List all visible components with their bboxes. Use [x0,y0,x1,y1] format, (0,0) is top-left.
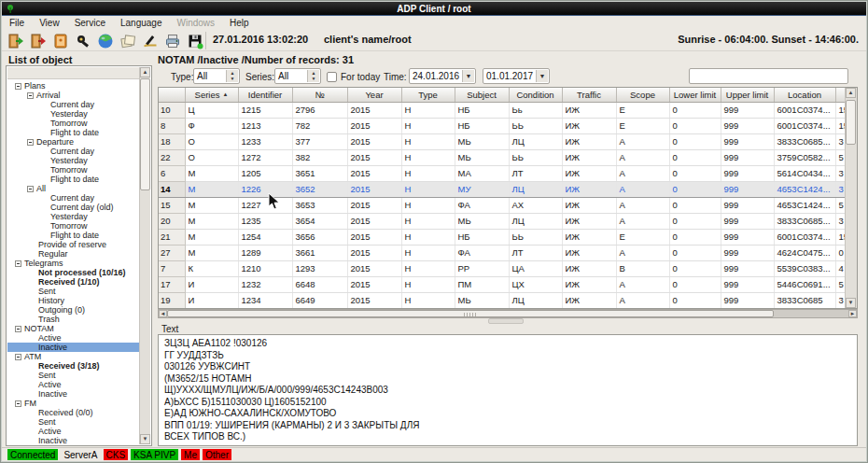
tree-item-arrival[interactable]: Arrival [7,91,139,100]
notes-button[interactable] [118,31,137,50]
for-today-checkbox[interactable] [327,72,337,82]
tree-item-flight-to-date[interactable]: Flight to date [7,175,139,184]
menu-help[interactable]: Help [222,17,257,30]
scroll-down-icon[interactable]: ▼ [846,298,856,308]
scroll-right-icon[interactable]: ► [848,310,857,317]
tree-item-yesterday[interactable]: Yesterday [7,212,139,221]
table-row[interactable]: 20М123536542015НМЬЛЦИЖА09993833С0685...3 [159,213,846,229]
tree-scrollbar[interactable]: ▲ ▼ [139,67,150,444]
table-row[interactable]: 22О12723822015НМЬЬЬИЖА09993759С0582...5 [159,149,846,165]
signature-button[interactable] [140,31,160,50]
tree-item-inactive[interactable]: Inactive [7,436,139,444]
menu-service[interactable]: Service [67,17,113,30]
table-scrollbar-thumb[interactable] [846,100,856,145]
date-from-select[interactable]: 24.01.2016 ▼ [409,68,476,84]
tree-item-sent[interactable]: Sent [7,287,139,296]
search-button[interactable] [73,31,92,50]
tree-item-yesterday[interactable]: Yesterday [7,156,139,165]
spinner-icon[interactable]: ▲▼ [226,70,238,82]
menu-file[interactable]: File [2,17,32,30]
tree-item-tomorrow[interactable]: Tomorrow [7,119,139,128]
collapse-icon[interactable] [27,186,34,192]
tree-item-received-0-0[interactable]: Received (0/0) [7,408,139,417]
address-book-button[interactable] [50,31,70,50]
col-header-type[interactable]: Type [401,88,455,102]
tree-item-inactive[interactable]: Inactive [7,343,139,352]
tree-item-sent[interactable]: Sent [7,417,139,427]
date-to-select[interactable]: 01.01.2017 ▼ [483,68,550,84]
chevron-down-icon[interactable]: ▼ [462,70,474,82]
col-header-identifier[interactable]: Identifier [238,88,292,102]
col-header-subject[interactable]: Subject [455,88,509,102]
enter-button[interactable] [6,31,25,50]
menu-language[interactable]: Language [113,17,170,30]
col-header-lower-limit[interactable]: Lower limit [669,88,721,102]
collapse-icon[interactable] [15,83,21,90]
text-panel[interactable]: ЗЦЗЦ АЕА1102 !030126 ГГ УУДДЗТЗЬ 030126 … [158,334,858,446]
tree-item-all[interactable]: All [7,184,139,193]
col-header-series[interactable]: Series▲ [185,88,238,102]
table-scrollbar[interactable]: ▲ ▼ [845,88,857,308]
collapse-icon[interactable] [27,92,34,99]
collapse-icon[interactable] [15,260,21,267]
tree-item-received-3-18[interactable]: Received (3/18) [7,361,139,371]
table-row[interactable]: 27М128936612015НФАЛТИЖА09994624С0475...0 [159,245,846,260]
series-select[interactable]: All ▲▼ [274,68,321,84]
tree-item-flight-to-date[interactable]: Flight to date [7,128,139,137]
exit-button[interactable] [28,31,48,50]
col-header-traffic[interactable]: Traffic [562,88,616,102]
tree-item-active[interactable]: Active [7,380,139,389]
tree-item-fm[interactable]: FM [7,399,139,408]
tree-item-inactive[interactable]: Inactive [7,389,139,399]
table-row[interactable]: 14М122636522015НМУЛЦИЖА09994653С1424...3 [159,181,846,197]
table-hscrollbar[interactable]: ◄ ► [158,309,858,318]
tree-item-telegrams[interactable]: Telegrams [7,259,139,268]
type-select[interactable]: All ▲▼ [193,68,240,84]
table-row[interactable]: 6М120536512015НМАЛТИЖА09995614С0434...3 [159,165,846,181]
tree-item-flight-to-date[interactable]: Flight to date [7,231,139,240]
table-row[interactable]: 7К121012932015НРРЦАИЖВ09995539С0383...4 [159,260,846,276]
table-hscrollbar-thumb[interactable] [167,310,774,317]
menu-view[interactable]: View [32,17,67,30]
tree-item-atm[interactable]: ATM [7,352,139,361]
tree-item-departure[interactable]: Departure [7,137,139,147]
scroll-down-icon[interactable]: ▼ [140,434,150,444]
scroll-up-icon[interactable]: ▲ [846,88,856,98]
table-row[interactable]: 17И123266482015НПМЦХИЖА09995446С0691...5 [159,276,846,292]
collapse-icon[interactable] [15,326,21,332]
col-header-location[interactable]: Location [774,88,835,102]
printer-button[interactable] [162,31,182,50]
filter-input[interactable] [689,68,848,84]
chevron-down-icon[interactable]: ▼ [536,70,548,82]
col-header-upper-limit[interactable]: Upper limit [721,88,774,102]
tree-item-tomorrow[interactable]: Tomorrow [7,165,139,175]
collapse-icon[interactable] [15,354,21,360]
tree-item-provide-of-reserve[interactable]: Provide of reserve [7,240,139,249]
col-header-№[interactable]: № [292,88,347,102]
tree-item-current-day-old[interactable]: Current day (old) [7,203,139,212]
col-header-condition[interactable]: Condition [509,88,562,102]
spinner-icon[interactable]: ▲▼ [307,70,319,82]
tree-item-current-day[interactable]: Current day [7,193,139,203]
splitter-handle[interactable] [488,318,524,324]
scroll-up-icon[interactable]: ▲ [140,67,150,77]
tree-item-current-day[interactable]: Current day [7,147,139,156]
tree-item-yesterday[interactable]: Yesterday [7,109,139,119]
tree-item-outgoing-0[interactable]: Outgoing (0) [7,305,139,315]
tree-item-history[interactable]: History [7,296,139,305]
save-button[interactable] [185,31,204,50]
table-row[interactable]: 18О12333772015НМЬЛЦИЖА09993833С0685...3 [159,133,846,149]
table-row[interactable]: 15М122736532015НФААХИЖА09994653С1424...5 [159,197,846,213]
col-header-year[interactable]: Year [347,88,401,102]
title-bar[interactable]: ADP Client / root [2,2,866,16]
scroll-left-icon[interactable]: ◄ [159,310,167,317]
tree-item-active[interactable]: Active [7,333,139,343]
tree-item-sent[interactable]: Sent [7,371,139,380]
tree-item-trash[interactable]: Trash [7,315,139,324]
tree-item-active[interactable]: Active [7,427,139,436]
table-row[interactable]: 19И123466492015НМЬЛЦИЖА09993833С06853 [159,292,846,308]
table-row[interactable]: 8Ф12137822015ННБЬЬИЖЕ09996001С0374...15 [159,118,846,133]
tree-item-not-processed-10-16[interactable]: Not processed (10/16) [7,268,139,277]
table-row[interactable]: 21М125436562015ННБЬЬИЖЕ09996001С0374...1… [159,229,846,245]
tree-item-plans[interactable]: Plans [7,81,139,91]
